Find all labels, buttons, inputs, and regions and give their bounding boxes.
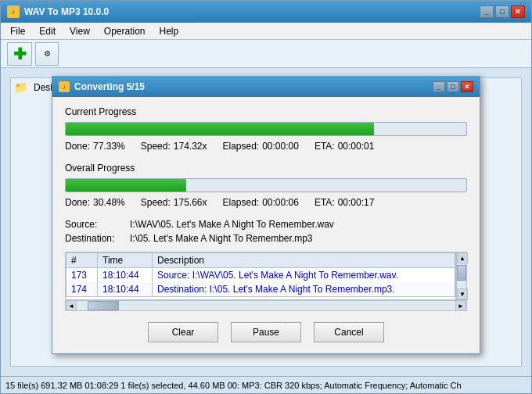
log-table: # Time Description 173 18:10:44 — [66, 253, 455, 297]
dialog-maximize-button[interactable]: □ — [447, 81, 459, 92]
overall-elapsed-value: 00:00:06 — [262, 197, 299, 208]
scroll-down-arrow[interactable]: ▼ — [457, 288, 468, 299]
title-controls: _ □ ✕ — [480, 5, 525, 18]
dialog-buttons: Clear Pause Cancel — [65, 319, 467, 344]
main-title-bar: ♪ WAV To MP3 10.0.0 _ □ ✕ — [1, 1, 531, 23]
add-files-button[interactable]: ✚ — [7, 42, 32, 66]
row2-desc: Destination: I:\05. Let's Make A Night T… — [153, 282, 455, 297]
current-done-label: Done: — [65, 141, 90, 152]
current-progress-section: Current Progress Done: 77.33% Speed: — [65, 106, 467, 152]
destination-value: I:\05. Let's Make A Night To Remember.mp… — [130, 233, 313, 244]
menu-operation[interactable]: Operation — [98, 24, 152, 38]
col-num: # — [66, 253, 98, 268]
main-menu: File Edit View Operation Help — [1, 23, 531, 40]
app-icon: ♪ — [7, 5, 20, 18]
overall-speed-value: 175.66x — [174, 197, 207, 208]
dialog-close-button[interactable]: ✕ — [461, 81, 473, 92]
current-speed-label: Speed: — [141, 141, 171, 152]
destination-label: Destination: — [65, 233, 124, 244]
add-icon: ✚ — [13, 45, 27, 63]
scroll-up-arrow[interactable]: ▲ — [457, 253, 468, 263]
overall-progress-fill — [66, 179, 186, 192]
overall-progress-bar — [65, 178, 467, 192]
title-bar-left: ♪ WAV To MP3 10.0.0 — [7, 5, 109, 18]
overall-eta-label: ETA: — [315, 197, 335, 208]
source-dest-section: Source: I:\WAV\05. Let's Make A Night To… — [65, 219, 467, 244]
converting-dialog: ♪ Converting 5/15 _ □ ✕ Current Progress — [52, 76, 480, 354]
log-scroll[interactable]: # Time Description 173 18:10:44 — [65, 252, 456, 300]
current-speed-value: 174.32x — [174, 141, 207, 152]
overall-eta-value: 00:00:17 — [338, 197, 375, 208]
cancel-button[interactable]: Cancel — [314, 322, 384, 342]
main-content: 📁 Desktop ♪ Converting 5/15 _ □ ✕ — [1, 68, 531, 376]
current-progress-label: Current Progress — [65, 106, 467, 117]
table-row: 174 18:10:44 Destination: I:\05. Let's M… — [66, 282, 455, 297]
current-elapsed: Elapsed: 00:00:00 — [222, 141, 298, 152]
source-label: Source: — [65, 219, 124, 230]
log-table-header: # Time Description — [66, 253, 455, 268]
minimize-button[interactable]: _ — [480, 5, 494, 18]
scroll-thumb[interactable] — [457, 265, 466, 281]
current-elapsed-value: 00:00:00 — [262, 141, 299, 152]
dialog-title: Converting 5/15 — [74, 81, 145, 92]
dialog-minimize-button[interactable]: _ — [433, 81, 445, 92]
overall-progress-stats: Done: 30.48% Speed: 175.66x Elapsed: 00:… — [65, 197, 467, 208]
current-eta: ETA: 00:00:01 — [315, 141, 375, 152]
dialog-icon: ♪ — [59, 81, 70, 92]
overall-progress-section: Overall Progress Done: 30.48% Speed: — [65, 163, 467, 208]
log-scrollbar-vertical[interactable]: ▲ ▼ — [456, 252, 467, 300]
current-eta-label: ETA: — [315, 141, 335, 152]
toolbar: ✚ ⚙ — [1, 40, 531, 68]
overall-done-value: 30.48% — [93, 197, 125, 208]
row1-desc: Source: I:\WAV\05. Let's Make A Night To… — [153, 268, 455, 283]
menu-edit[interactable]: Edit — [33, 24, 62, 38]
scroll-h-thumb[interactable] — [88, 301, 119, 310]
close-button[interactable]: ✕ — [511, 5, 525, 18]
current-eta-value: 00:00:01 — [338, 141, 375, 152]
scroll-right-arrow[interactable]: ► — [455, 300, 466, 311]
table-row: 173 18:10:44 Source: I:\WAV\05. Let's Ma… — [66, 268, 455, 283]
clear-button[interactable]: Clear — [148, 322, 218, 342]
source-row: Source: I:\WAV\05. Let's Make A Night To… — [65, 219, 467, 230]
dialog-controls: _ □ ✕ — [433, 81, 473, 92]
row1-num: 173 — [66, 268, 98, 283]
row1-time: 18:10:44 — [98, 268, 153, 283]
status-text: 15 file(s) 691.32 MB 01:08:29 1 file(s) … — [5, 381, 462, 390]
main-title: WAV To MP3 10.0.0 — [24, 6, 109, 17]
menu-help[interactable]: Help — [153, 24, 185, 38]
dialog-title-bar: ♪ Converting 5/15 _ □ ✕ — [52, 77, 480, 97]
status-bar: 15 file(s) 691.32 MB 01:08:29 1 file(s) … — [1, 376, 531, 393]
overall-elapsed: Elapsed: 00:00:06 — [222, 197, 298, 208]
main-window: ♪ WAV To MP3 10.0.0 _ □ ✕ File Edit View… — [0, 0, 532, 394]
overall-progress-label: Overall Progress — [65, 163, 467, 174]
row2-num: 174 — [66, 282, 98, 297]
current-elapsed-label: Elapsed: — [222, 141, 259, 152]
scroll-h-track — [77, 301, 455, 310]
dialog-body: Current Progress Done: 77.33% Speed: — [52, 97, 480, 353]
toolbar-btn-2[interactable]: ⚙ — [35, 42, 59, 66]
overall-done: Done: 30.48% — [65, 197, 125, 208]
log-scrollbar-horizontal[interactable]: ◄ ► — [65, 300, 467, 311]
menu-file[interactable]: File — [4, 24, 31, 38]
current-progress-fill — [66, 123, 374, 135]
dialog-overlay: ♪ Converting 5/15 _ □ ✕ Current Progress — [1, 68, 531, 376]
overall-done-label: Done: — [65, 197, 90, 208]
overall-elapsed-label: Elapsed: — [222, 197, 259, 208]
log-container: # Time Description 173 18:10:44 — [65, 252, 467, 311]
overall-speed-label: Speed: — [141, 197, 171, 208]
current-done: Done: 77.33% — [65, 141, 125, 152]
col-time: Time — [98, 253, 153, 268]
scroll-left-arrow[interactable]: ◄ — [66, 300, 77, 311]
current-progress-stats: Done: 77.33% Speed: 174.32x Elapsed: 00:… — [65, 141, 467, 152]
source-value: I:\WAV\05. Let's Make A Night To Remembe… — [130, 219, 334, 230]
dialog-title-left: ♪ Converting 5/15 — [59, 81, 145, 92]
pause-button[interactable]: Pause — [231, 322, 301, 342]
destination-row: Destination: I:\05. Let's Make A Night T… — [65, 233, 467, 244]
menu-view[interactable]: View — [63, 24, 96, 38]
log-scroll-area: # Time Description 173 18:10:44 — [65, 252, 467, 300]
overall-speed: Speed: 175.66x — [141, 197, 207, 208]
col-description: Description — [153, 253, 455, 268]
maximize-button[interactable]: □ — [495, 5, 509, 18]
row2-time: 18:10:44 — [98, 282, 153, 297]
current-progress-bar — [65, 122, 467, 136]
